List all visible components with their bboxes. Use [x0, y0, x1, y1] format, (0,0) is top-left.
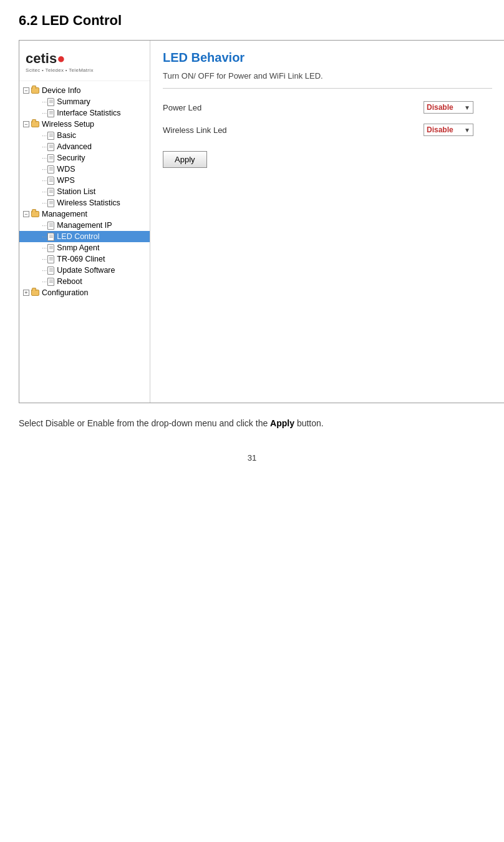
logo-area: cetis● Scitec • Teledex • TeleMatrix — [19, 46, 150, 81]
power-led-value: Disable — [427, 103, 453, 112]
folder-icon-management — [31, 211, 39, 217]
sidebar-item-device-info[interactable]: − Device Info — [19, 85, 150, 96]
sidebar-item-wireless-setup[interactable]: − Wireless Setup — [19, 119, 150, 130]
power-led-select[interactable]: Disable ▼ — [424, 101, 473, 114]
label-security: Security — [57, 154, 85, 162]
page-icon-snmp-agent — [47, 244, 54, 252]
label-tr069: TR-069 Clinet — [57, 255, 105, 263]
label-wps: WPS — [57, 176, 74, 185]
sidebar-item-wps[interactable]: ··· WPS — [19, 175, 150, 186]
wireless-link-led-control: Disable ▼ — [288, 124, 492, 136]
label-basic: Basic — [57, 131, 76, 140]
page-icon-wds — [47, 165, 54, 174]
label-wireless-statistics: Wireless Statistics — [57, 198, 120, 207]
logo-text: cetis● — [26, 51, 65, 67]
instruction-suffix: button. — [294, 418, 324, 428]
page-title: 6.2 LED Control — [19, 12, 485, 29]
browser-frame: cetis● Scitec • Teledex • TeleMatrix − D… — [19, 40, 504, 403]
label-summary: Summary — [57, 97, 90, 106]
content-description: Turn ON/ OFF for Power and WiFi Link LED… — [163, 71, 492, 89]
toggle-device-info[interactable]: − — [23, 87, 29, 94]
folder-icon-configuration — [31, 290, 39, 296]
wireless-link-led-value: Disable — [427, 125, 453, 134]
toggle-management[interactable]: − — [23, 211, 29, 217]
wireless-link-led-row: Wireless Link Led Disable ▼ — [163, 124, 492, 136]
page-icon-reboot — [47, 278, 54, 286]
toggle-configuration[interactable]: + — [23, 290, 29, 296]
page-icon-tr069 — [47, 255, 54, 263]
label-advanced: Advanced — [57, 142, 92, 151]
wireless-link-led-arrow: ▼ — [464, 127, 470, 134]
page-icon-summary — [47, 98, 54, 106]
content-title: LED Behavior — [163, 51, 492, 65]
wireless-link-led-label: Wireless Link Led — [163, 125, 288, 135]
sidebar: cetis● Scitec • Teledex • TeleMatrix − D… — [19, 41, 150, 403]
sidebar-item-management[interactable]: − Management — [19, 208, 150, 220]
sidebar-item-configuration[interactable]: + Configuration — [19, 287, 150, 298]
apply-button[interactable]: Apply — [163, 151, 207, 168]
page-icon-management-ip — [47, 222, 54, 230]
sidebar-item-wireless-statistics[interactable]: ··· Wireless Statistics — [19, 197, 150, 208]
power-led-arrow: ▼ — [464, 104, 470, 111]
sidebar-item-advanced[interactable]: ··· Advanced — [19, 141, 150, 152]
main-content: LED Behavior Turn ON/ OFF for Power and … — [150, 41, 504, 403]
instruction-bold: Apply — [270, 418, 294, 428]
page-icon-station-list — [47, 188, 54, 196]
folder-icon-device-info — [31, 87, 39, 94]
logo-sub: Scitec • Teledex • TeleMatrix — [26, 67, 143, 73]
sidebar-item-tr069[interactable]: ··· TR-069 Clinet — [19, 253, 150, 265]
page-number: 31 — [19, 453, 485, 463]
sidebar-item-interface-statistics[interactable]: ··· Interface Statistics — [19, 107, 150, 119]
sidebar-item-station-list[interactable]: ··· Station List — [19, 186, 150, 197]
page-icon-interface-statistics — [47, 109, 54, 117]
label-led-control: LED Control — [57, 232, 99, 241]
label-update-software: Update Software — [57, 266, 115, 275]
power-led-label: Power Led — [163, 103, 288, 112]
toggle-wireless-setup[interactable]: − — [23, 121, 29, 127]
label-snmp-agent: Snmp Agent — [57, 243, 99, 252]
sidebar-item-led-control[interactable]: ··· LED Control — [19, 231, 150, 242]
power-led-row: Power Led Disable ▼ — [163, 101, 492, 114]
page-icon-wps — [47, 177, 54, 185]
page-icon-basic — [47, 132, 54, 140]
label-station-list: Station List — [57, 187, 95, 196]
sidebar-item-security[interactable]: ··· Security — [19, 152, 150, 164]
label-device-info: Device Info — [42, 86, 81, 95]
page-icon-update-software — [47, 267, 54, 275]
sidebar-item-management-ip[interactable]: ··· Management IP — [19, 220, 150, 231]
page-icon-led-control — [47, 233, 54, 241]
page-icon-security — [47, 154, 54, 162]
label-reboot: Reboot — [57, 277, 82, 286]
label-interface-statistics: Interface Statistics — [57, 109, 120, 117]
instruction-text: Select Disable or Enable from the drop-d… — [19, 418, 485, 428]
page-icon-wireless-statistics — [47, 199, 54, 207]
form-area: Power Led Disable ▼ Wireless Link Led Di… — [163, 101, 492, 168]
sidebar-item-snmp-agent[interactable]: ··· Snmp Agent — [19, 242, 150, 253]
instruction-prefix: Select Disable or Enable from the drop-d… — [19, 418, 270, 428]
sidebar-item-reboot[interactable]: ··· Reboot — [19, 276, 150, 287]
sidebar-item-update-software[interactable]: ··· Update Software — [19, 265, 150, 276]
power-led-control: Disable ▼ — [288, 101, 492, 114]
label-wireless-setup: Wireless Setup — [42, 120, 94, 129]
page-icon-advanced — [47, 143, 54, 151]
wireless-link-led-select[interactable]: Disable ▼ — [424, 124, 473, 136]
sidebar-item-basic[interactable]: ··· Basic — [19, 130, 150, 141]
sidebar-item-summary[interactable]: ··· Summary — [19, 96, 150, 107]
label-management-ip: Management IP — [57, 221, 112, 230]
folder-icon-wireless-setup — [31, 121, 39, 127]
label-configuration: Configuration — [42, 288, 88, 297]
sidebar-item-wds[interactable]: ··· WDS — [19, 164, 150, 175]
label-management: Management — [42, 210, 87, 218]
label-wds: WDS — [57, 165, 75, 174]
